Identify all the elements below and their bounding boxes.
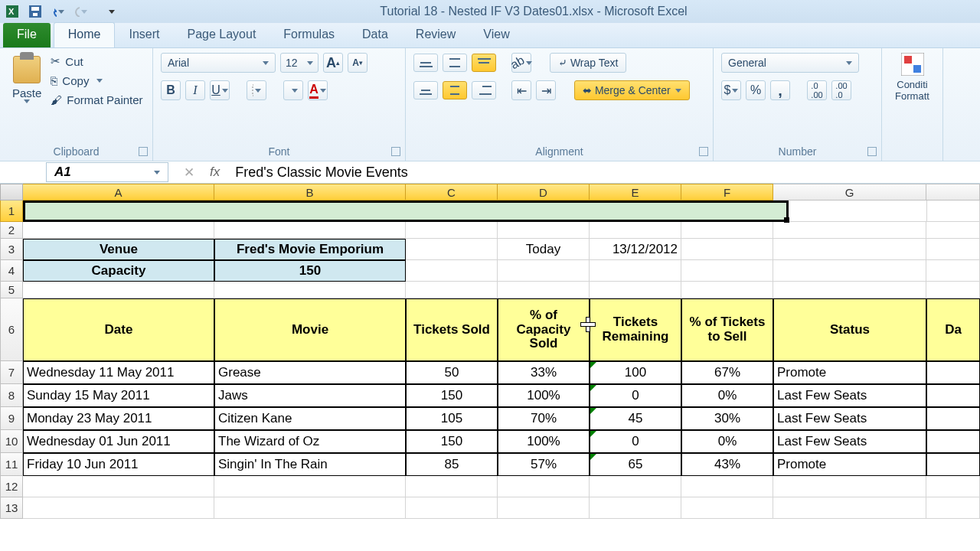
- row-header[interactable]: 6: [0, 298, 23, 361]
- cell-title[interactable]: Fred's Classic Movie Events: [23, 201, 776, 222]
- cell[interactable]: [590, 497, 681, 519]
- cell-pct-sold[interactable]: 57%: [498, 453, 590, 476]
- row-header[interactable]: 10: [0, 430, 23, 453]
- cell-remaining[interactable]: 0: [590, 430, 681, 453]
- cell-sold[interactable]: 105: [406, 407, 498, 430]
- cell[interactable]: [498, 222, 590, 239]
- col-header[interactable]: F: [681, 184, 773, 201]
- col-header[interactable]: B: [214, 184, 406, 201]
- row-header[interactable]: 9: [0, 407, 23, 430]
- cell-pct-sold[interactable]: 33%: [498, 361, 590, 384]
- name-box[interactable]: A1: [46, 162, 168, 182]
- table-header[interactable]: Status: [773, 298, 926, 361]
- cell[interactable]: [406, 282, 498, 298]
- cell-sold[interactable]: 85: [406, 453, 498, 476]
- cell-movie[interactable]: The Wizard of Oz: [214, 430, 406, 453]
- align-center-button[interactable]: [443, 81, 467, 99]
- cell[interactable]: [590, 476, 681, 497]
- row-header[interactable]: 4: [0, 260, 23, 282]
- decrease-decimal-button[interactable]: .00.0: [831, 80, 851, 100]
- cell[interactable]: [926, 430, 980, 453]
- cell-date[interactable]: Monday 23 May 2011: [23, 407, 214, 430]
- italic-button[interactable]: I: [185, 80, 205, 100]
- cancel-icon[interactable]: ✕: [184, 165, 194, 181]
- cell-today-label[interactable]: Today: [498, 239, 590, 260]
- increase-decimal-button[interactable]: .0.00: [807, 80, 827, 100]
- fill-color-button[interactable]: [283, 80, 303, 100]
- cell[interactable]: [926, 361, 980, 384]
- tab-review[interactable]: Review: [402, 23, 469, 47]
- cell[interactable]: [214, 476, 406, 497]
- increase-indent-button[interactable]: ⇥: [536, 80, 556, 100]
- merge-center-button[interactable]: ⬌ Merge & Center: [574, 80, 690, 100]
- align-right-button[interactable]: [472, 81, 496, 99]
- align-left-button[interactable]: [413, 81, 438, 99]
- format-painter-button[interactable]: 🖌Format Painter: [51, 93, 142, 106]
- cell[interactable]: [926, 260, 980, 282]
- cell-sold[interactable]: 150: [406, 430, 498, 453]
- tab-view[interactable]: View: [469, 23, 523, 47]
- cell-pct-sold[interactable]: 100%: [498, 430, 590, 453]
- cell-date[interactable]: Sunday 15 May 2011: [23, 384, 214, 407]
- font-name-select[interactable]: Arial: [161, 53, 276, 73]
- cell[interactable]: [406, 497, 498, 519]
- fx-icon[interactable]: fx: [210, 165, 220, 180]
- cell[interactable]: [23, 282, 214, 298]
- align-top-button[interactable]: [413, 54, 438, 72]
- cell[interactable]: [681, 239, 773, 260]
- cell-sold[interactable]: 50: [406, 361, 498, 384]
- cell-movie[interactable]: Grease: [214, 361, 406, 384]
- wrap-text-button[interactable]: ⤶ Wrap Text: [550, 53, 626, 73]
- cell-remaining[interactable]: 100: [590, 361, 681, 384]
- align-bottom-button[interactable]: [472, 54, 496, 72]
- paste-button[interactable]: Paste: [12, 86, 41, 99]
- table-header[interactable]: Tickets Remaining: [590, 298, 681, 361]
- number-dialog-icon[interactable]: [867, 147, 877, 156]
- cell[interactable]: [773, 497, 926, 519]
- number-format-select[interactable]: General: [721, 53, 859, 73]
- cell[interactable]: [773, 476, 926, 497]
- redo-icon[interactable]: [75, 5, 87, 18]
- cell[interactable]: [590, 260, 681, 282]
- font-color-button[interactable]: A: [308, 80, 328, 100]
- cell-venue[interactable]: Fred's Movie Emporium: [214, 239, 406, 260]
- row-header[interactable]: 1: [0, 201, 23, 222]
- grow-font-button[interactable]: A▴: [323, 53, 343, 73]
- cell[interactable]: [926, 239, 980, 260]
- formula-bar[interactable]: Fred's Classic Movie Events: [235, 165, 408, 181]
- cell-today[interactable]: 13/12/2012: [590, 239, 681, 260]
- tab-file[interactable]: File: [3, 23, 51, 47]
- cell[interactable]: [406, 222, 498, 239]
- paste-icon[interactable]: [13, 56, 41, 83]
- cell-movie[interactable]: Jaws: [214, 384, 406, 407]
- tab-formulas[interactable]: Formulas: [270, 23, 348, 47]
- col-header[interactable]: [926, 184, 980, 201]
- bold-button[interactable]: B: [161, 80, 181, 100]
- cell[interactable]: [498, 260, 590, 282]
- cell[interactable]: [926, 282, 980, 298]
- cell[interactable]: [926, 407, 980, 430]
- undo-icon[interactable]: [52, 5, 64, 18]
- col-header[interactable]: A: [23, 184, 214, 201]
- cell[interactable]: [773, 282, 926, 298]
- col-header[interactable]: E: [590, 184, 681, 201]
- row-header[interactable]: 13: [0, 497, 23, 519]
- row-header[interactable]: 3: [0, 239, 23, 260]
- cell[interactable]: [681, 222, 773, 239]
- cell-pct-sell[interactable]: 30%: [681, 407, 773, 430]
- row-header[interactable]: 11: [0, 453, 23, 476]
- tab-data[interactable]: Data: [348, 23, 402, 47]
- cell-date[interactable]: Wednesday 01 Jun 2011: [23, 430, 214, 453]
- cell-venue-label[interactable]: Venue: [23, 239, 214, 260]
- cell-date[interactable]: Wednesday 11 May 2011: [23, 361, 214, 384]
- cell-pct-sold[interactable]: 70%: [498, 407, 590, 430]
- qat-customize-icon[interactable]: [106, 5, 118, 18]
- cell-status[interactable]: Promote: [773, 361, 926, 384]
- cell-pct-sell[interactable]: 0%: [681, 430, 773, 453]
- save-icon[interactable]: [29, 5, 41, 18]
- cell[interactable]: [926, 222, 980, 239]
- select-all-corner[interactable]: [0, 184, 23, 201]
- cell[interactable]: [681, 282, 773, 298]
- cell-capacity[interactable]: 150: [214, 260, 406, 282]
- cell-capacity-label[interactable]: Capacity: [23, 260, 214, 282]
